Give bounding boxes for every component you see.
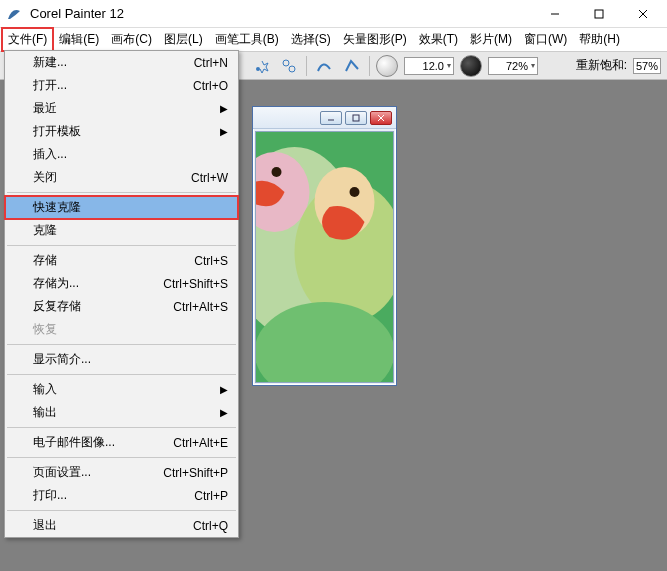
separator — [369, 56, 370, 76]
clone-source-icon[interactable] — [278, 55, 300, 77]
menu-bar: 文件(F) 编辑(E) 画布(C) 图层(L) 画笔工具(B) 选择(S) 矢量… — [0, 28, 667, 52]
svg-rect-8 — [353, 115, 359, 121]
menu-movie[interactable]: 影片(M) — [464, 28, 518, 51]
menu-separator — [7, 374, 236, 375]
svg-rect-1 — [595, 10, 603, 18]
menu-edit[interactable]: 编辑(E) — [53, 28, 105, 51]
menu-item-电子邮件图像[interactable]: 电子邮件图像...Ctrl+Alt+E — [5, 431, 238, 454]
svg-point-16 — [350, 187, 360, 197]
menu-item-label: 克隆 — [33, 222, 228, 239]
menu-item-label: 显示简介... — [33, 351, 228, 368]
menu-item-label: 打开... — [33, 77, 193, 94]
menu-item-输出[interactable]: 输出▶ — [5, 401, 238, 424]
menu-item-恢复: 恢复 — [5, 318, 238, 341]
menu-item-label: 快速克隆 — [33, 199, 228, 216]
chevron-down-icon: ▾ — [531, 61, 535, 70]
menu-separator — [7, 245, 236, 246]
menu-item-快速克隆[interactable]: 快速克隆 — [5, 196, 238, 219]
menu-item-存储为[interactable]: 存储为...Ctrl+Shift+S — [5, 272, 238, 295]
title-bar: Corel Painter 12 — [0, 0, 667, 28]
brush-size-value: 12.0 — [423, 60, 444, 72]
menu-brush[interactable]: 画笔工具(B) — [209, 28, 285, 51]
menu-item-显示简介[interactable]: 显示简介... — [5, 348, 238, 371]
menu-help[interactable]: 帮助(H) — [573, 28, 626, 51]
doc-maximize-button[interactable] — [345, 111, 367, 125]
menu-item-shortcut: Ctrl+Alt+S — [173, 300, 228, 314]
menu-separator — [7, 344, 236, 345]
freehand-icon[interactable] — [313, 55, 335, 77]
menu-separator — [7, 457, 236, 458]
menu-item-退出[interactable]: 退出Ctrl+Q — [5, 514, 238, 537]
menu-item-存储[interactable]: 存储Ctrl+S — [5, 249, 238, 272]
menu-window[interactable]: 窗口(W) — [518, 28, 573, 51]
file-menu-dropdown: 新建...Ctrl+N打开...Ctrl+O最近▶打开模板▶插入...关闭Ctr… — [4, 50, 239, 538]
separator — [306, 56, 307, 76]
menu-item-shortcut: Ctrl+O — [193, 79, 228, 93]
menu-item-shortcut: Ctrl+Shift+S — [163, 277, 228, 291]
menu-item-页面设置[interactable]: 页面设置...Ctrl+Shift+P — [5, 461, 238, 484]
menu-item-shortcut: Ctrl+N — [194, 56, 228, 70]
menu-item-label: 关闭 — [33, 169, 191, 186]
doc-close-button[interactable] — [370, 111, 392, 125]
chevron-down-icon: ▾ — [447, 61, 451, 70]
menu-shapes[interactable]: 矢量图形(P) — [337, 28, 413, 51]
doc-minimize-button[interactable] — [320, 111, 342, 125]
resat-value: 57% — [633, 58, 661, 74]
menu-item-关闭[interactable]: 关闭Ctrl+W — [5, 166, 238, 189]
menu-item-label: 输入 — [33, 381, 228, 398]
menu-file[interactable]: 文件(F) — [2, 28, 53, 51]
opacity-value: 72% — [506, 60, 528, 72]
menu-item-shortcut: Ctrl+W — [191, 171, 228, 185]
menu-item-label: 电子邮件图像... — [33, 434, 173, 451]
document-title-bar[interactable] — [253, 107, 396, 129]
menu-separator — [7, 192, 236, 193]
menu-item-输入[interactable]: 输入▶ — [5, 378, 238, 401]
menu-effects[interactable]: 效果(T) — [413, 28, 464, 51]
menu-item-shortcut: Ctrl+P — [194, 489, 228, 503]
menu-item-label: 反复存储 — [33, 298, 173, 315]
menu-item-label: 退出 — [33, 517, 193, 534]
menu-layer[interactable]: 图层(L) — [158, 28, 209, 51]
menu-item-插入[interactable]: 插入... — [5, 143, 238, 166]
menu-item-反复存储[interactable]: 反复存储Ctrl+Alt+S — [5, 295, 238, 318]
document-canvas[interactable] — [255, 131, 394, 383]
opacity-preview[interactable] — [460, 55, 482, 77]
menu-separator — [7, 427, 236, 428]
menu-item-label: 页面设置... — [33, 464, 163, 481]
menu-item-打印[interactable]: 打印...Ctrl+P — [5, 484, 238, 507]
menu-item-label: 最近 — [33, 100, 228, 117]
straight-line-icon[interactable] — [341, 55, 363, 77]
brush-size-preview[interactable] — [376, 55, 398, 77]
chevron-right-icon: ▶ — [220, 384, 228, 395]
menu-item-shortcut: Ctrl+S — [194, 254, 228, 268]
menu-item-label: 输出 — [33, 404, 228, 421]
menu-item-label: 存储 — [33, 252, 194, 269]
menu-item-新建[interactable]: 新建...Ctrl+N — [5, 51, 238, 74]
svg-point-4 — [256, 67, 260, 71]
maximize-button[interactable] — [577, 0, 621, 28]
brush-size-input[interactable]: 12.0▾ — [404, 57, 454, 75]
resat-label: 重新饱和: — [576, 57, 627, 74]
svg-point-5 — [283, 60, 289, 66]
close-button[interactable] — [621, 0, 665, 28]
document-window[interactable] — [252, 106, 397, 386]
menu-separator — [7, 510, 236, 511]
chevron-right-icon: ▶ — [220, 103, 228, 114]
menu-select[interactable]: 选择(S) — [285, 28, 337, 51]
svg-point-17 — [272, 167, 282, 177]
menu-canvas[interactable]: 画布(C) — [105, 28, 158, 51]
menu-item-label: 新建... — [33, 54, 194, 71]
menu-item-label: 恢复 — [33, 321, 228, 338]
svg-point-6 — [289, 66, 295, 72]
brush-sparkle-icon[interactable] — [250, 55, 272, 77]
menu-item-打开[interactable]: 打开...Ctrl+O — [5, 74, 238, 97]
menu-item-打开模板[interactable]: 打开模板▶ — [5, 120, 238, 143]
chevron-right-icon: ▶ — [220, 126, 228, 137]
opacity-input[interactable]: 72%▾ — [488, 57, 538, 75]
menu-item-最近[interactable]: 最近▶ — [5, 97, 238, 120]
minimize-button[interactable] — [533, 0, 577, 28]
menu-item-shortcut: Ctrl+Shift+P — [163, 466, 228, 480]
menu-item-label: 打开模板 — [33, 123, 228, 140]
menu-item-label: 打印... — [33, 487, 194, 504]
menu-item-克隆[interactable]: 克隆 — [5, 219, 238, 242]
